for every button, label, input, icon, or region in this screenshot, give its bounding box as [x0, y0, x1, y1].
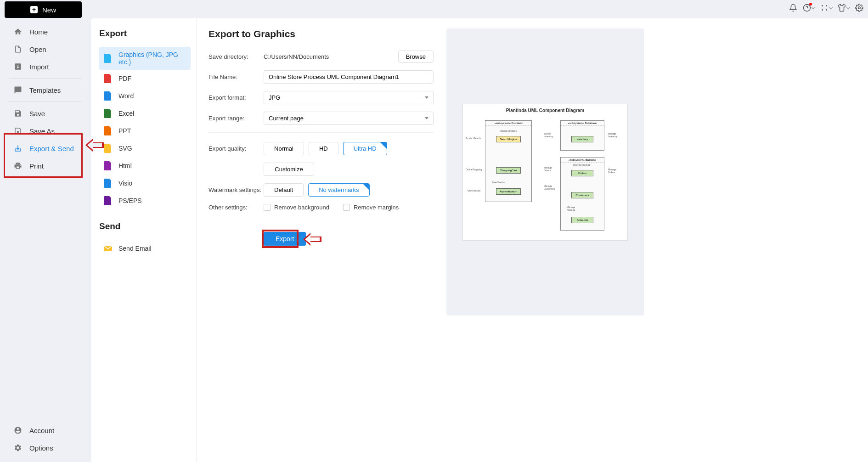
- sidebar: Home Open Import Templates Save Save As …: [0, 23, 91, 462]
- export-label: PS/EPS: [118, 197, 142, 204]
- browse-button[interactable]: Browse: [398, 51, 434, 63]
- plus-icon: +: [30, 6, 38, 13]
- range-value: Current page: [269, 115, 304, 122]
- range-label: Export range:: [209, 115, 264, 122]
- new-button[interactable]: + New: [5, 1, 82, 18]
- export-item-html[interactable]: Html: [99, 157, 191, 175]
- sidebar-item-account[interactable]: Account: [0, 422, 91, 439]
- open-icon: [14, 45, 22, 53]
- help-icon: [803, 4, 811, 12]
- remove-bg-checkbox[interactable]: Remove background: [264, 204, 329, 211]
- remove-margins-checkbox[interactable]: Remove margins: [343, 204, 399, 211]
- svg-point-4: [822, 9, 823, 11]
- file-name-label: File Name:: [209, 73, 264, 80]
- sidebar-bottom: Account Options: [0, 422, 91, 456]
- ppt-file-icon: [104, 126, 112, 135]
- sidebar-item-save-as[interactable]: Save As: [0, 122, 91, 140]
- email-icon: [104, 244, 112, 253]
- format-value: JPG: [269, 94, 280, 101]
- save-dir-value: C:/Users/NN/Documents: [264, 53, 329, 60]
- account-icon: [14, 426, 22, 434]
- export-label: Visio: [118, 180, 132, 187]
- port-label: Manage Customers: [544, 185, 558, 190]
- sidebar-label: Save As: [29, 127, 55, 135]
- selected-corner-icon: [380, 142, 387, 149]
- divider: [9, 78, 82, 79]
- checkbox-icon: [343, 204, 350, 211]
- watermark-label: Watermark settings:: [209, 186, 264, 193]
- sidebar-item-print[interactable]: Print: [0, 157, 91, 175]
- port-label: Manage Account: [567, 206, 581, 211]
- theme-dropdown[interactable]: [838, 4, 850, 12]
- component-searchengine: SearchEngine: [496, 136, 521, 142]
- component-orders: Orders: [571, 170, 593, 176]
- export-item-svg[interactable]: SVG: [99, 140, 191, 157]
- content: Export Graphics (PNG, JPG etc.) PDF Word…: [91, 18, 868, 462]
- page-title: Export to Graphics: [209, 28, 434, 39]
- port-label: Manage Orders: [608, 168, 622, 174]
- ps-file-icon: [104, 196, 112, 205]
- export-item-word[interactable]: Word: [99, 87, 191, 105]
- format-row: Export format: JPG: [209, 91, 434, 104]
- sidebar-item-open[interactable]: Open: [0, 40, 91, 58]
- send-item-email[interactable]: Send Email: [99, 240, 191, 257]
- export-item-ppt[interactable]: PPT: [99, 122, 191, 140]
- customize-row: Customize: [264, 163, 434, 176]
- format-select[interactable]: JPG: [264, 91, 434, 104]
- export-item-pdf[interactable]: PDF: [99, 70, 191, 87]
- quality-hd[interactable]: HD: [309, 142, 338, 155]
- format-label: Export format:: [209, 94, 264, 101]
- component-shoppingcart: ShoppingCart: [496, 167, 521, 174]
- export-button[interactable]: Export: [264, 232, 306, 246]
- sidebar-item-options[interactable]: Options: [0, 439, 91, 456]
- sidebar-item-import[interactable]: Import: [0, 58, 91, 75]
- quality-row: Export quality: Normal HD Ultra HD: [209, 142, 434, 155]
- file-name-row: File Name:: [209, 70, 434, 84]
- watermark-default[interactable]: Default: [264, 183, 304, 197]
- sidebar-label: Save: [29, 110, 45, 118]
- apps-icon: [820, 4, 829, 12]
- svg-file-icon: [104, 144, 112, 153]
- customize-button[interactable]: Customize: [264, 163, 314, 176]
- component-authentication: Authentication: [496, 188, 521, 195]
- settings-icon[interactable]: [855, 4, 863, 12]
- export-item-graphics[interactable]: Graphics (PNG, JPG etc.): [99, 47, 191, 70]
- sidebar-label: Export & Send: [29, 145, 74, 152]
- visio-file-icon: [104, 179, 112, 188]
- preview-area: Plantinda UML Component Diagram «subsyst…: [446, 28, 644, 316]
- export-item-visio[interactable]: Visio: [99, 175, 191, 192]
- port-label: Manage Inventory: [608, 132, 622, 138]
- quality-ultra-hd[interactable]: Ultra HD: [343, 142, 387, 155]
- export-label: SVG: [118, 145, 132, 152]
- notification-icon[interactable]: [789, 4, 797, 12]
- range-select[interactable]: Current page: [264, 112, 434, 125]
- file-name-input[interactable]: [264, 70, 434, 84]
- sidebar-label: Print: [29, 162, 44, 170]
- port-label: OnlineShopping: [466, 168, 482, 171]
- export-column: Export Graphics (PNG, JPG etc.) PDF Word…: [91, 18, 197, 462]
- subsystem-label: «subsystem» Backend: [561, 158, 604, 163]
- export-icon: [14, 144, 22, 152]
- watermark-none[interactable]: No watermarks: [308, 183, 369, 197]
- sidebar-item-templates[interactable]: Templates: [0, 81, 91, 99]
- html-file-icon: [104, 161, 112, 170]
- export-item-excel[interactable]: Excel: [99, 105, 191, 122]
- sidebar-label: Home: [29, 28, 48, 36]
- component-inventory: Inventory: [571, 136, 593, 142]
- apps-dropdown[interactable]: [820, 4, 832, 12]
- divider: [9, 101, 82, 102]
- save-as-icon: [14, 127, 22, 135]
- sidebar-item-save[interactable]: Save: [0, 105, 91, 122]
- help-dropdown[interactable]: [803, 4, 815, 12]
- options-icon: [14, 444, 22, 452]
- export-item-ps[interactable]: PS/EPS: [99, 192, 191, 209]
- port-label: UserSession: [492, 181, 505, 184]
- sidebar-label: Templates: [29, 86, 61, 94]
- send-label: Send Email: [118, 245, 152, 252]
- sidebar-item-home[interactable]: Home: [0, 23, 91, 40]
- quality-normal[interactable]: Normal: [264, 142, 304, 155]
- export-label: Excel: [118, 110, 134, 117]
- save-icon: [14, 109, 22, 118]
- sidebar-item-export-send[interactable]: Export & Send: [0, 140, 91, 157]
- range-row: Export range: Current page: [209, 112, 434, 125]
